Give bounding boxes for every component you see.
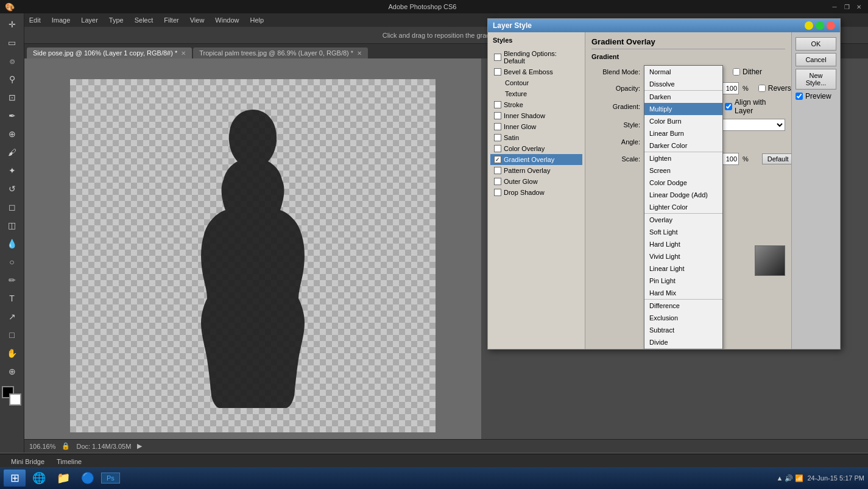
menu-help[interactable]: Help [245,15,269,25]
clone-stamp-tool[interactable]: ✦ [4,162,21,179]
type-tool[interactable]: T [4,290,21,307]
explorer-taskbar-btn[interactable]: 📁 [52,470,74,487]
style-checkbox-inner-shadow[interactable] [494,112,501,119]
background-color-swatch[interactable] [9,393,21,406]
menu-type[interactable]: Type [104,15,129,25]
blend-option-linear-light[interactable]: Linear Light [644,262,722,275]
blend-option-multiply[interactable]: Multiply [644,103,722,115]
tab-tropical[interactable]: Tropical palm trees.jpg @ 86.9% (Layer 0… [193,47,368,58]
blend-option-normal[interactable]: Normal [644,66,722,78]
crop-tool[interactable]: ⊡ [4,89,21,106]
menu-image[interactable]: Image [47,15,76,25]
style-checkbox-blending[interactable] [494,54,501,61]
gradient-tool[interactable]: ◫ [4,217,21,234]
blend-option-subtract[interactable]: Subtract [644,324,722,336]
tab-close-1[interactable]: ✕ [181,50,186,57]
menu-filter[interactable]: Filter [159,15,183,25]
style-checkbox-inner-glow[interactable] [494,123,501,130]
blend-option-divide[interactable]: Divide [644,336,722,348]
align-with-layer-checkbox[interactable] [725,103,732,110]
cancel-button[interactable]: Cancel [796,53,836,66]
new-style-button[interactable]: New Style... [796,69,836,90]
style-checkbox-stroke[interactable] [494,101,501,108]
blend-option-hard-mix[interactable]: Hard Mix [644,287,722,299]
blend-option-lighter-color[interactable]: Lighter Color [644,201,722,213]
reverse-checkbox[interactable] [758,85,766,92]
dialog-minimize-btn[interactable] [805,21,813,30]
style-inner-glow[interactable]: Inner Glow [490,121,582,132]
marquee-tool[interactable]: ▭ [4,34,21,51]
style-inner-shadow[interactable]: Inner Shadow [490,110,582,121]
ie-taskbar-btn[interactable]: 🌐 [28,470,50,487]
style-blending-options[interactable]: Blending Options: Default [490,48,582,66]
default-button[interactable]: Default [762,153,791,164]
blend-option-screen[interactable]: Screen [644,164,722,177]
blend-option-exclusion[interactable]: Exclusion [644,312,722,324]
history-brush-tool[interactable]: ↺ [4,180,21,197]
healing-brush-tool[interactable]: ⊕ [4,125,21,142]
dialog-close-btn[interactable] [827,21,835,30]
dialog-maximize-btn[interactable] [816,21,824,30]
style-checkbox-color-overlay[interactable] [494,145,501,152]
style-checkbox-gradient-overlay[interactable]: ✓ [494,156,501,163]
menu-view[interactable]: View [185,15,210,25]
timeline-tab[interactable]: Timeline [51,457,88,466]
style-checkbox-outer-glow[interactable] [494,178,501,185]
blend-option-vivid-light[interactable]: Vivid Light [644,250,722,262]
preview-checkbox[interactable] [796,93,803,100]
path-select-tool[interactable]: ↗ [4,308,21,325]
move-tool[interactable]: ✛ [4,16,21,33]
blend-option-pin-light[interactable]: Pin Light [644,275,722,287]
restore-button[interactable]: ❐ [842,2,851,11]
style-outer-glow[interactable]: Outer Glow [490,176,582,187]
blend-option-soft-light[interactable]: Soft Light [644,226,722,238]
blend-option-color-burn[interactable]: Color Burn [644,115,722,127]
ok-button[interactable]: OK [796,37,836,51]
blend-option-darker-color[interactable]: Darker Color [644,139,722,152]
blend-option-color-dodge[interactable]: Color Dodge [644,177,722,189]
shape-tool[interactable]: □ [4,326,21,343]
tab-close-2[interactable]: ✕ [357,50,362,57]
dodge-tool[interactable]: ○ [4,253,21,270]
style-texture[interactable]: Texture [490,88,582,99]
blur-tool[interactable]: 💧 [4,235,21,252]
style-checkbox-pattern-overlay[interactable] [494,167,501,174]
close-button[interactable]: ✕ [855,2,863,11]
start-button[interactable]: ⊞ [4,470,26,487]
hand-tool[interactable]: ✋ [4,345,21,362]
menu-select[interactable]: Select [130,15,158,25]
brush-tool[interactable]: 🖌 [4,144,21,161]
style-contour[interactable]: Contour [490,77,582,88]
menu-edit[interactable]: Edit [24,15,46,25]
blend-option-darken[interactable]: Darken [644,91,722,103]
blend-option-dissolve[interactable]: Dissolve [644,78,722,90]
minimize-button[interactable]: ─ [830,2,839,11]
style-checkbox-drop-shadow[interactable] [494,189,501,196]
lasso-tool[interactable]: ⌾ [4,52,21,69]
style-gradient-overlay[interactable]: ✓ Gradient Overlay [490,154,582,165]
style-bevel-emboss[interactable]: Bevel & Emboss [490,66,582,77]
blend-option-lighten[interactable]: Lighten [644,152,722,164]
style-drop-shadow[interactable]: Drop Shadow [490,187,582,198]
blend-option-difference[interactable]: Difference [644,300,722,312]
mini-bridge-tab[interactable]: Mini Bridge [5,457,51,466]
style-checkbox-satin[interactable] [494,134,501,141]
quick-select-tool[interactable]: ⚲ [4,71,21,88]
tab-side-pose[interactable]: Side pose.jpg @ 106% (Layer 1 copy, RGB/… [27,47,192,58]
menu-window[interactable]: Window [210,15,244,25]
menu-layer[interactable]: Layer [76,15,103,25]
style-checkbox-bevel[interactable] [494,68,501,76]
blend-option-hard-light[interactable]: Hard Light [644,238,722,250]
style-stroke[interactable]: Stroke [490,99,582,110]
dither-checkbox[interactable] [733,68,740,76]
photoshop-taskbar-btn[interactable]: Ps [101,473,120,484]
style-color-overlay[interactable]: Color Overlay [490,143,582,154]
eyedropper-tool[interactable]: ✒ [4,107,21,124]
blend-option-overlay[interactable]: Overlay [644,214,722,226]
style-pattern-overlay[interactable]: Pattern Overlay [490,165,582,176]
chrome-taskbar-btn[interactable]: 🔵 [77,470,99,487]
zoom-tool[interactable]: ⊕ [4,363,21,380]
blend-option-linear-dodge[interactable]: Linear Dodge (Add) [644,189,722,201]
blend-option-linear-burn[interactable]: Linear Burn [644,127,722,139]
eraser-tool[interactable]: ◻ [4,199,21,216]
